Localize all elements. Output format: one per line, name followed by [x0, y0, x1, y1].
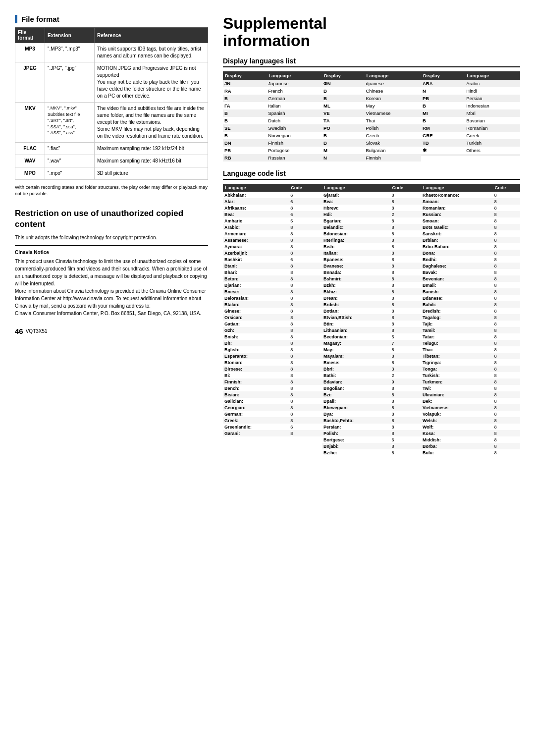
list-item: Gatian:8 [223, 321, 322, 327]
list-item: Bea:6 [223, 211, 322, 217]
list-item [421, 154, 520, 156]
list-item: Esperanto:8 [223, 353, 322, 359]
lc-h-lang3: Language [421, 184, 493, 192]
list-item: Ukrainian:8 [421, 391, 520, 398]
list-item: RAFrench [223, 87, 322, 95]
col-header-extension: Extension [45, 28, 95, 43]
list-item: Brdish:8 [322, 301, 421, 308]
list-item: ΒSpanish [223, 109, 322, 117]
list-item: ARAArabic [421, 80, 520, 87]
list-item: Btani:8 [223, 263, 322, 269]
list-item: Bavak:8 [421, 269, 520, 275]
list-item: Tonga:8 [421, 366, 520, 372]
list-item: Afar:6 [223, 198, 322, 205]
ext-mkv: ".MKV", ".mkv" Subtitles text file ".SRT… [45, 103, 95, 143]
list-item: Tamil:8 [421, 327, 520, 333]
list-item: VEVietnamese [322, 109, 421, 117]
list-item: Beton:8 [223, 275, 322, 282]
lang-code-col-1: Language Code Abkhalan:6Afar:6Afrikaans:… [223, 184, 322, 456]
lc-h-lang2: Language [322, 184, 390, 192]
list-item: Assamese:8 [223, 237, 322, 243]
list-item: Bots Gaelic:8 [421, 224, 520, 230]
ext-mpo: ".mpo" [45, 167, 95, 180]
list-item: Botian:8 [322, 308, 421, 314]
list-item: Bench:8 [223, 385, 322, 391]
table-row: FLAC ".flac" Maximum sampling rate: 192 … [15, 143, 208, 155]
list-item: Turkish:8 [421, 372, 520, 378]
list-item: Smoan:8 [421, 198, 520, 205]
list-item: Aymara:8 [223, 243, 322, 250]
file-format-title: File format [21, 15, 59, 23]
list-item: Bahili:8 [421, 301, 520, 308]
format-mpo: MPO [15, 167, 45, 180]
model-code: VQT3X51 [26, 328, 48, 334]
display-lang-section-title: Display languages list [223, 57, 520, 67]
cinavia-notice-label: Cinavia Notice [15, 250, 208, 255]
list-item: Bona:8 [421, 250, 520, 256]
disp-col-h3: Display [322, 71, 364, 80]
list-item: Bish:8 [322, 243, 421, 250]
supplemental-title: Supplemental information [223, 15, 520, 50]
right-column: Supplemental information Display languag… [223, 15, 520, 741]
list-item: Bashto,Pehto:8 [322, 417, 421, 424]
list-item: Baghalese:8 [421, 263, 520, 269]
list-item: Bvanese:8 [322, 263, 421, 269]
list-item: Biroese:8 [223, 366, 322, 372]
list-item: RhaetoRomance:8 [421, 192, 520, 198]
list-item: Bnish:8 [223, 333, 322, 340]
list-item: ΒChinese [322, 87, 421, 95]
list-item: Bzkh:8 [322, 282, 421, 288]
list-item: PBPersian [421, 95, 520, 102]
list-item: Arabic:8 [223, 224, 322, 230]
list-item: Bshmiri:8 [322, 275, 421, 282]
disp-col-h2: Language [267, 71, 322, 80]
restriction-text: This unit adopts the following technolog… [15, 234, 208, 241]
list-item: Romanian:8 [421, 205, 520, 211]
lang-code-section-title: Language code list [223, 169, 520, 180]
disp-lang-table-2: DisplayLanguage ΦNdpaneseΒChineseΒKorean… [322, 71, 421, 162]
list-item: Welsh:8 [421, 417, 520, 424]
list-item: Brbo-Batian:8 [421, 243, 520, 250]
table-row: WAV ".wav" Maximum sampling rate: 48 kHz… [15, 155, 208, 167]
format-mkv: MKV [15, 103, 45, 143]
ref-jpeg: MOTION JPEG and Progressive JPEG is not … [95, 62, 208, 103]
list-item: Bovenian:8 [421, 275, 520, 282]
ref-wav: Maximum sampling rate: 48 kHz/16 bit [95, 155, 208, 167]
lc-h-code1: Code [289, 184, 322, 192]
list-item: Bya:8 [322, 411, 421, 417]
format-jpeg: JPEG [15, 62, 45, 103]
col-header-reference: Reference [95, 28, 208, 43]
list-item: Bz:he:8 [322, 449, 421, 456]
ref-flac: Maximum sampling rate: 192 kHz/24 bit [95, 143, 208, 155]
footer: 46 VQT3X51 [15, 327, 208, 335]
list-item: Brbian:8 [421, 237, 520, 243]
list-item: Amharic5 [223, 217, 322, 224]
list-item: Bzi:8 [322, 391, 421, 398]
list-item: Kosa:8 [421, 430, 520, 436]
list-item: Magasy:7 [322, 340, 421, 346]
table-row: JPEG ".JPG", ".jpg" MOTION JPEG and Prog… [15, 62, 208, 103]
list-item: Bisian:8 [223, 391, 322, 398]
list-item: Hdi:2 [322, 211, 421, 217]
list-item: Tajk:8 [421, 321, 520, 327]
list-item: NHindi [421, 87, 520, 95]
list-item: Middish:8 [421, 436, 520, 443]
list-item: Ginese:8 [223, 308, 322, 314]
list-item: Afrikaans:8 [223, 205, 322, 211]
display-lang-table-wrapper: DisplayLanguage JNJapaneseRAFrenchΒGerma… [223, 71, 520, 162]
list-item: Bdanese:8 [421, 295, 520, 301]
list-item: Bpanese:8 [322, 256, 421, 263]
list-item: Beedonian:5 [322, 333, 421, 340]
list-item: Bpali:8 [322, 398, 421, 404]
list-item: Btin:8 [322, 321, 421, 327]
list-item: Polish:8 [322, 430, 421, 436]
list-item: Bngolian:8 [322, 385, 421, 391]
ext-flac: ".flac" [45, 143, 95, 155]
file-format-section-header: File format [15, 15, 208, 23]
list-item: Italian:8 [322, 250, 421, 256]
table-header-row: File format Extension Reference [15, 28, 208, 43]
left-column: File format File format Extension Refere… [15, 15, 208, 741]
list-item: Tatar:8 [421, 333, 520, 340]
col-header-format: File format [15, 28, 45, 43]
list-item: Gzh:8 [223, 327, 322, 333]
